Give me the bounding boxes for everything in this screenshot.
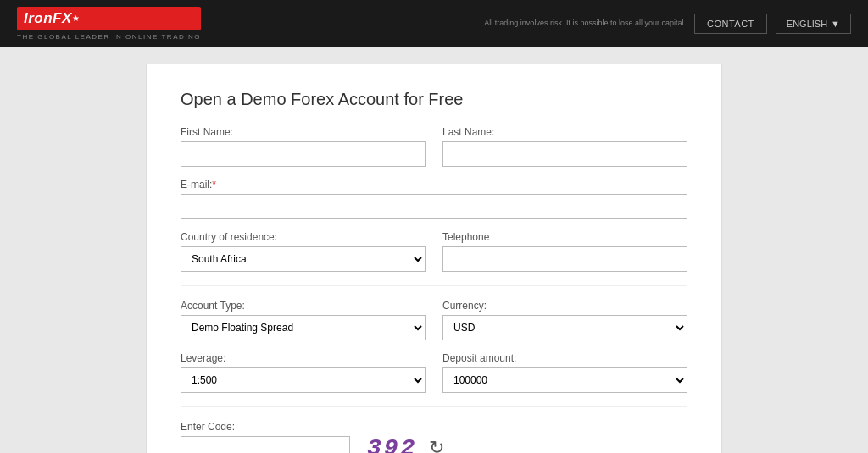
logo-text: IronFX (24, 10, 72, 27)
form-title: Open a Demo Forex Account for Free (181, 90, 687, 109)
contact-button[interactable]: CONTACT (694, 14, 767, 34)
last-name-group: Last Name: (442, 126, 687, 167)
deposit-group: Deposit amount: 100000 50000 10000 5000 (442, 352, 687, 393)
language-selector[interactable]: ENGLISH ▼ (776, 14, 851, 34)
country-group: Country of residence: South Africa Unite… (181, 231, 426, 272)
logo-area: IronFX★ THE GLOBAL LEADER IN ONLINE TRAD… (17, 7, 201, 41)
leverage-label: Leverage: (181, 352, 426, 364)
enter-code-label: Enter Code: (181, 421, 350, 433)
header-right: All trading involves risk. It is possibl… (484, 14, 851, 34)
account-type-select[interactable]: Demo Floating Spread Live Floating Sprea… (181, 315, 426, 340)
country-select[interactable]: South Africa United States United Kingdo… (181, 246, 426, 272)
leverage-group: Leverage: 1:500 1:200 1:100 1:50 (181, 352, 426, 393)
enter-code-group: Enter Code: (181, 421, 350, 453)
email-label: E-mail:* (181, 179, 687, 191)
email-row: E-mail:* (181, 179, 687, 219)
country-label: Country of residence: (181, 231, 426, 243)
last-name-input[interactable] (442, 141, 687, 167)
leverage-select[interactable]: 1:500 1:200 1:100 1:50 (181, 367, 426, 393)
first-name-input[interactable] (181, 141, 426, 167)
site-header: IronFX★ THE GLOBAL LEADER IN ONLINE TRAD… (0, 0, 868, 47)
email-group: E-mail:* (181, 179, 687, 219)
divider-2 (181, 406, 687, 407)
deposit-select[interactable]: 100000 50000 10000 5000 (442, 367, 687, 393)
captcha-row: Enter Code: 392 ↻ (181, 421, 687, 453)
country-tel-row: Country of residence: South Africa Unite… (181, 231, 687, 272)
account-type-label: Account Type: (181, 300, 426, 312)
chevron-down-icon: ▼ (831, 19, 840, 29)
deposit-label: Deposit amount: (442, 352, 687, 364)
captcha-display: 392 ↻ (367, 434, 444, 453)
account-type-group: Account Type: Demo Floating Spread Live … (181, 300, 426, 340)
tagline: THE GLOBAL LEADER IN ONLINE TRADING (17, 33, 201, 41)
logo: IronFX★ (17, 7, 201, 30)
leverage-deposit-row: Leverage: 1:500 1:200 1:100 1:50 Deposit… (181, 352, 687, 393)
telephone-input[interactable] (442, 246, 687, 272)
first-name-label: First Name: (181, 126, 426, 138)
main-content: Open a Demo Forex Account for Free First… (0, 47, 868, 453)
logo-star: ★ (72, 14, 80, 23)
last-name-label: Last Name: (442, 126, 687, 138)
language-label: ENGLISH (787, 19, 827, 29)
risk-disclaimer: All trading involves risk. It is possibl… (484, 19, 686, 29)
currency-label: Currency: (442, 300, 687, 312)
email-input[interactable] (181, 194, 687, 219)
telephone-group: Telephone (442, 231, 687, 272)
captcha-code: 392 (367, 435, 417, 454)
divider (181, 285, 687, 286)
form-card: Open a Demo Forex Account for Free First… (146, 64, 722, 453)
account-currency-row: Account Type: Demo Floating Spread Live … (181, 300, 687, 340)
currency-select[interactable]: USD EUR GBP JPY (442, 315, 687, 340)
refresh-captcha-icon[interactable]: ↻ (429, 437, 444, 453)
first-name-group: First Name: (181, 126, 426, 167)
telephone-label: Telephone (442, 231, 687, 243)
currency-group: Currency: USD EUR GBP JPY (442, 300, 687, 340)
name-row: First Name: Last Name: (181, 126, 687, 167)
captcha-input[interactable] (181, 436, 350, 453)
